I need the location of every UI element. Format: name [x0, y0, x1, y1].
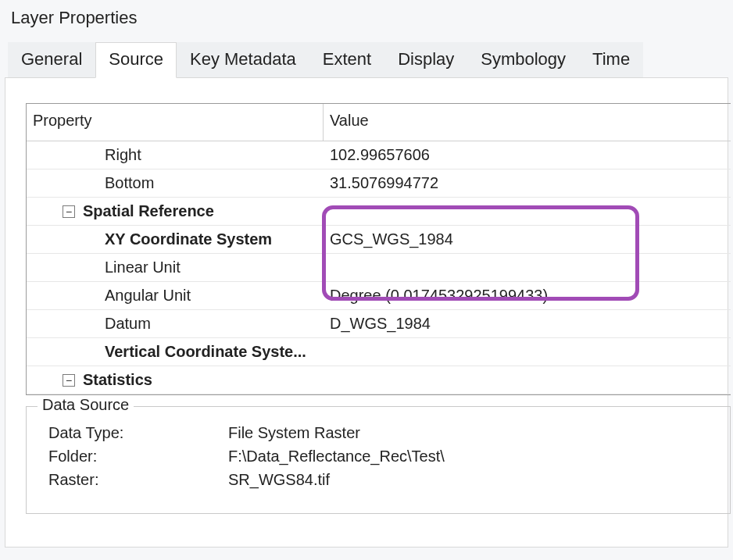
prop-label: Right	[27, 143, 324, 167]
ds-label: Folder:	[48, 444, 228, 468]
window-title: Layer Properties	[0, 0, 733, 42]
collapse-icon[interactable]: −	[63, 374, 75, 387]
prop-value	[324, 265, 731, 271]
group-legend: Data Source	[38, 396, 134, 414]
property-grid: Property Value Right 102.99657606 Bottom…	[26, 103, 731, 395]
prop-value: Degree (0.0174532925199433)	[324, 284, 731, 308]
row-bottom[interactable]: Bottom 31.5076994772	[27, 169, 731, 198]
tab-time[interactable]: Time	[579, 42, 643, 78]
collapse-icon[interactable]: −	[63, 205, 75, 218]
prop-label: Statistics	[83, 371, 152, 389]
tab-page-source: Property Value Right 102.99657606 Bottom…	[5, 77, 728, 548]
row-xy-coordinate-system[interactable]: XY Coordinate System GCS_WGS_1984	[27, 226, 731, 254]
ds-value: F:\Data_Reflectance_Rec\Test\	[228, 444, 445, 468]
prop-label: Bottom	[27, 171, 324, 195]
row-right[interactable]: Right 102.99657606	[27, 141, 731, 169]
tab-key-metadata[interactable]: Key Metadata	[177, 42, 309, 78]
row-datum[interactable]: Datum D_WGS_1984	[27, 310, 731, 338]
ds-label: Data Type:	[48, 421, 228, 444]
prop-label: XY Coordinate System	[27, 227, 324, 251]
row-angular-unit[interactable]: Angular Unit Degree (0.0174532925199433)	[27, 282, 731, 310]
data-source-row: Data Type: File System Raster	[48, 421, 714, 444]
tab-symbology[interactable]: Symbology	[467, 42, 579, 78]
tab-strip: General Source Key Metadata Extent Displ…	[0, 42, 733, 78]
data-source-row: Raster: SR_WGS84.tif	[48, 468, 714, 491]
tab-source[interactable]: Source	[95, 42, 177, 78]
prop-label: Vertical Coordinate Syste...	[27, 340, 324, 364]
prop-value: 31.5076994772	[324, 171, 731, 195]
ds-value: File System Raster	[228, 421, 360, 444]
row-vertical-coordinate-system[interactable]: Vertical Coordinate Syste...	[27, 338, 731, 366]
row-linear-unit[interactable]: Linear Unit	[27, 254, 731, 282]
data-source-group: Data Source Data Type: File System Raste…	[26, 406, 731, 514]
row-spatial-reference[interactable]: − Spatial Reference	[27, 198, 731, 226]
prop-label: Spatial Reference	[83, 202, 214, 220]
ds-value: SR_WGS84.tif	[228, 468, 330, 491]
prop-value: GCS_WGS_1984	[324, 227, 731, 251]
prop-value	[324, 209, 731, 215]
tab-display[interactable]: Display	[384, 42, 467, 78]
tab-extent[interactable]: Extent	[309, 42, 384, 78]
prop-value	[324, 349, 731, 355]
tab-general[interactable]: General	[8, 42, 95, 78]
prop-label: Angular Unit	[27, 284, 324, 308]
prop-value: 102.99657606	[324, 143, 731, 167]
property-grid-header: Property Value	[27, 104, 731, 141]
ds-label: Raster:	[48, 468, 228, 491]
column-header-property[interactable]: Property	[27, 104, 324, 141]
data-source-row: Folder: F:\Data_Reflectance_Rec\Test\	[48, 444, 714, 468]
prop-value	[324, 377, 731, 383]
layer-properties-window: Layer Properties General Source Key Meta…	[0, 0, 733, 560]
row-statistics[interactable]: − Statistics	[27, 366, 731, 394]
prop-label: Linear Unit	[27, 255, 324, 280]
column-header-value[interactable]: Value	[324, 104, 731, 141]
prop-label: Datum	[27, 312, 324, 336]
prop-value: D_WGS_1984	[324, 312, 731, 336]
